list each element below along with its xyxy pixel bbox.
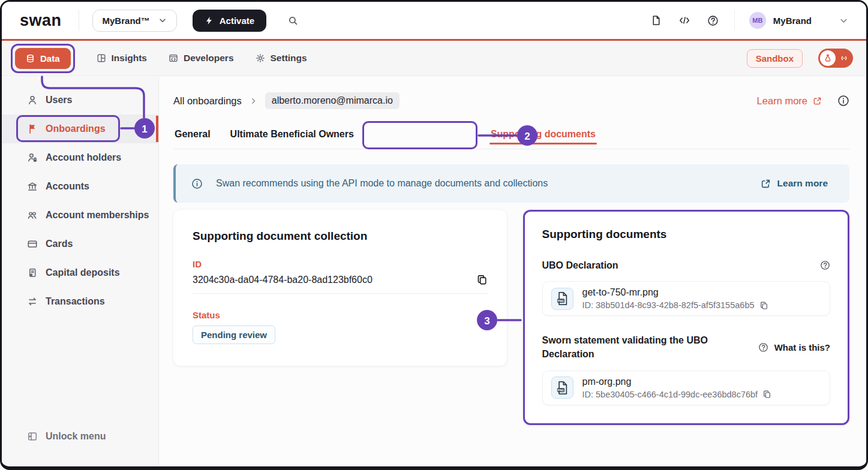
tab-supporting-documents-label: Supporting documents bbox=[491, 129, 596, 139]
sidebar-item-account-memberships[interactable]: Account memberships bbox=[2, 201, 158, 230]
card-icon bbox=[27, 239, 38, 249]
sidebar-item-label: Transactions bbox=[46, 296, 105, 307]
group-icon bbox=[27, 210, 38, 221]
divider bbox=[79, 10, 79, 31]
banner-learn-more-label: Learn more bbox=[777, 178, 828, 189]
activate-button[interactable]: Activate bbox=[193, 10, 266, 32]
activate-label: Activate bbox=[220, 16, 254, 26]
sidebar-item-label: Account holders bbox=[46, 152, 121, 163]
sidebar-item-transactions[interactable]: Transactions bbox=[2, 287, 158, 316]
top-bar: swan MyBrand™ Activate bbox=[2, 2, 866, 39]
learn-more-link[interactable]: Learn more bbox=[757, 95, 822, 107]
user-icon bbox=[27, 95, 38, 106]
transfer-arrows-icon bbox=[27, 296, 38, 307]
sandbox-badge[interactable]: Sandbox bbox=[747, 49, 803, 68]
id-label: ID bbox=[193, 259, 488, 269]
sidebar: Users Onboardings Account holders Accoun… bbox=[2, 77, 159, 466]
unlock-menu-label: Unlock menu bbox=[46, 431, 106, 442]
copy-icon[interactable] bbox=[762, 390, 771, 399]
info-banner: Swan recommends using the API mode to ma… bbox=[173, 164, 849, 203]
breadcrumb: All onboardings alberto.moreno@mimarca.i… bbox=[173, 92, 849, 109]
what-is-this-label: What is this? bbox=[774, 342, 830, 352]
bank-icon bbox=[27, 181, 38, 192]
search-icon[interactable] bbox=[288, 16, 298, 26]
divider bbox=[734, 10, 735, 31]
document-info: get-to-750-mr.png ID: 38b501d4-8c93-42b8… bbox=[582, 287, 768, 310]
breadcrumb-all-onboardings[interactable]: All onboardings bbox=[173, 95, 242, 107]
tab-general[interactable]: General bbox=[173, 122, 212, 147]
help-circle-icon bbox=[758, 342, 768, 352]
png-file-icon: PNG bbox=[551, 376, 573, 399]
sidebar-item-capital-deposits[interactable]: Capital deposits bbox=[2, 258, 158, 287]
document-id: ID: 38b501d4-8c93-42b8-82f5-af5f3155a6b5 bbox=[582, 300, 755, 310]
project-selector-label: MyBrand™ bbox=[103, 16, 150, 26]
panel-expand-icon bbox=[27, 431, 38, 442]
ubo-declaration-label: UBO Declaration bbox=[542, 258, 618, 272]
info-circle-icon bbox=[191, 178, 203, 189]
sidebar-item-users[interactable]: Users bbox=[2, 86, 158, 115]
swan-logo: swan bbox=[20, 11, 62, 30]
document-id-row: ID: 38b501d4-8c93-42b8-82f5-af5f3155a6b5 bbox=[582, 300, 768, 310]
document-id-row: ID: 5be30405-c466-4c1d-99dc-ee36bd8c76bf bbox=[582, 390, 772, 399]
document-info: pm-org.png ID: 5be30405-c466-4c1d-99dc-e… bbox=[582, 376, 772, 399]
learn-more-label: Learn more bbox=[757, 95, 807, 107]
active-indicator bbox=[156, 116, 158, 142]
cards-row: Supporting document collection ID 3204c3… bbox=[173, 210, 849, 425]
sworn-statement-section-header: Sworn statement validating the UBO Decla… bbox=[542, 333, 831, 361]
account-chevron-down-icon[interactable] bbox=[839, 16, 848, 25]
info-icon[interactable] bbox=[837, 95, 849, 107]
sidebar-unlock-menu[interactable]: Unlock menu bbox=[2, 422, 158, 451]
tab-ultimate-beneficial-owners[interactable]: Ultimate Beneficial Owners bbox=[229, 122, 355, 147]
what-is-this-link[interactable]: What is this? bbox=[758, 342, 830, 352]
id-row: 3204c30a-da04-4784-ba20-8ad123bf60c0 bbox=[193, 274, 488, 285]
capital-deposit-icon bbox=[27, 267, 38, 278]
document-row[interactable]: PNG get-to-750-mr.png ID: 38b501d4-8c93-… bbox=[542, 281, 831, 316]
developers-icon bbox=[169, 53, 178, 63]
sidebar-item-label: Users bbox=[46, 95, 72, 106]
divider bbox=[193, 293, 488, 294]
avatar-initials: MB bbox=[752, 17, 762, 24]
help-icon[interactable] bbox=[707, 15, 719, 26]
annotation-box-data: Data bbox=[11, 44, 75, 73]
sidebar-item-onboardings[interactable]: Onboardings bbox=[2, 115, 158, 143]
help-circle-icon[interactable] bbox=[820, 260, 830, 270]
avatar[interactable]: MB bbox=[749, 12, 766, 29]
svg-text:PNG: PNG bbox=[558, 299, 564, 303]
sidebar-item-account-holders[interactable]: Account holders bbox=[2, 143, 158, 172]
document-id: ID: 5be30405-c466-4c1d-99dc-ee36bd8c76bf bbox=[582, 390, 758, 399]
broadcast-icon bbox=[839, 53, 849, 63]
nav-item-insights-label: Insights bbox=[112, 53, 147, 64]
tab-supporting-documents[interactable]: Supporting documents bbox=[489, 122, 597, 147]
sidebar-item-label: Account memberships bbox=[46, 210, 149, 221]
tab-bar: General Ultimate Beneficial Owners Suppo… bbox=[173, 122, 849, 149]
docs-icon[interactable] bbox=[651, 15, 662, 26]
project-selector[interactable]: MyBrand™ bbox=[92, 10, 177, 32]
documents-card-title: Supporting documents bbox=[542, 228, 831, 241]
nav-item-developers[interactable]: Developers bbox=[169, 53, 234, 64]
sidebar-item-cards[interactable]: Cards bbox=[2, 230, 158, 258]
svg-text:PNG: PNG bbox=[558, 388, 564, 391]
nav-item-settings[interactable]: Settings bbox=[256, 53, 307, 64]
document-name: pm-org.png bbox=[582, 376, 772, 387]
sidebar-item-label: Accounts bbox=[46, 181, 89, 192]
document-row[interactable]: PNG pm-org.png ID: 5be30405-c466-4c1d-99… bbox=[542, 370, 831, 405]
banner-learn-more-link[interactable]: Learn more bbox=[761, 178, 828, 189]
environment-toggle[interactable] bbox=[818, 49, 853, 68]
chevron-right-icon bbox=[250, 97, 257, 105]
api-code-icon[interactable] bbox=[678, 15, 690, 26]
copy-icon[interactable] bbox=[476, 274, 488, 285]
nav-item-data[interactable]: Data bbox=[15, 48, 71, 69]
user-lock-icon bbox=[27, 152, 38, 163]
collection-card-title: Supporting document collection bbox=[193, 230, 488, 243]
nav-item-insights[interactable]: Insights bbox=[97, 53, 147, 64]
sidebar-item-label: Capital deposits bbox=[46, 267, 120, 278]
sidebar-item-label: Cards bbox=[46, 239, 73, 249]
active-tab-underline bbox=[489, 143, 597, 144]
breadcrumb-current: alberto.moreno@mimarca.io bbox=[265, 92, 400, 109]
nav-item-developers-label: Developers bbox=[184, 53, 234, 64]
project-nav-bar: Data Insights Developers Settings Sandbo… bbox=[2, 41, 866, 76]
ubo-declaration-section-header: UBO Declaration bbox=[542, 258, 831, 272]
sidebar-item-accounts[interactable]: Accounts bbox=[2, 172, 158, 201]
nav-item-settings-label: Settings bbox=[271, 53, 307, 64]
copy-icon[interactable] bbox=[759, 301, 768, 310]
